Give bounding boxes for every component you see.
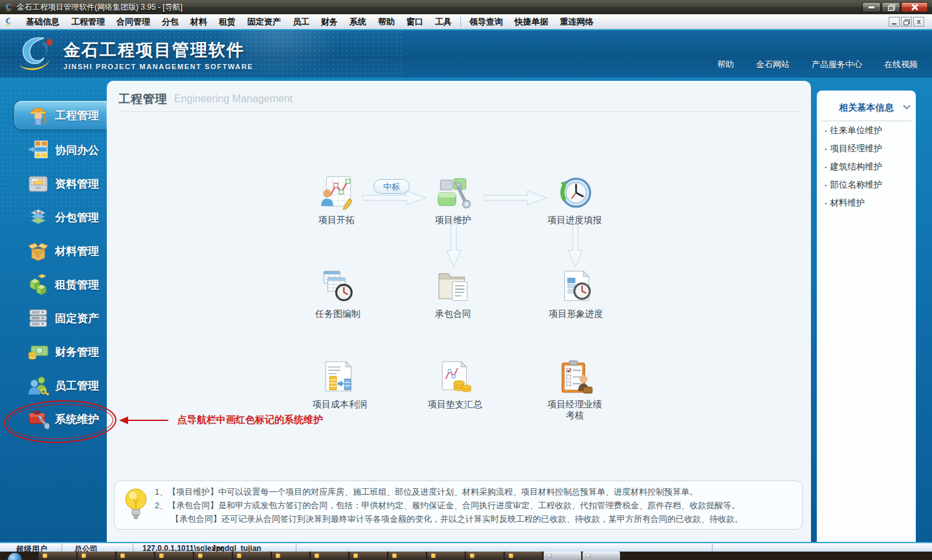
taskbar-button[interactable]: [544, 552, 581, 560]
restore-button[interactable]: [882, 2, 900, 12]
arrow-progress-down: [567, 224, 584, 268]
worker-icon: [27, 104, 49, 126]
sidebar-item-finance[interactable]: 财务管理: [0, 338, 107, 366]
related-item-material-maintenance[interactable]: · 材料维护: [817, 194, 916, 212]
flow-item-contract[interactable]: 承包合同: [408, 268, 498, 319]
application-window: 金石工程项目管理软件(网络集团版) 3.95 - [导航] 基础信息 工程管理 …: [0, 0, 932, 560]
sidebar-item-subcontract[interactable]: 分包管理: [0, 203, 107, 232]
menu-basic-info[interactable]: 基础信息: [20, 15, 65, 29]
mdi-close-button[interactable]: x: [913, 17, 924, 27]
mdi-minimize-button[interactable]: [889, 17, 900, 27]
flow-item-task-chart[interactable]: 任务图编制: [293, 268, 383, 319]
link-jinshi-website[interactable]: 金石网站: [756, 59, 790, 70]
sidebar-label: 协同办公: [55, 143, 99, 158]
related-item-building-structure-maintenance[interactable]: · 建筑结构维护: [817, 158, 916, 176]
manager-assessment-icon: [557, 359, 593, 395]
sidebar-item-lease[interactable]: 租赁管理: [0, 270, 107, 299]
related-info-header[interactable]: 相关基本信息: [821, 96, 912, 122]
flow-label: 项目经理业绩考核: [548, 399, 602, 421]
tip-line-2: 2、【承包合同】是和甲方或发包方签订的合同，包括：甲供材约定、履约保证金、合同执…: [155, 499, 743, 512]
sidebar-item-material[interactable]: 材料管理: [0, 237, 107, 265]
related-item-label: 项目经理维护: [830, 143, 883, 155]
sidebar-label: 工程管理: [55, 108, 99, 123]
taskbar-button[interactable]: [311, 552, 348, 560]
close-button[interactable]: [901, 2, 928, 12]
link-online-video[interactable]: 在线视频: [884, 59, 918, 70]
menu-finance[interactable]: 财务: [315, 15, 344, 29]
menu-window[interactable]: 窗口: [401, 15, 429, 29]
related-item-counterparty-maintenance[interactable]: · 往来单位维护: [817, 122, 916, 140]
menu-quick-docs[interactable]: 快捷单据: [509, 15, 554, 29]
link-help[interactable]: 帮助: [717, 59, 734, 70]
flow-item-advance-summary[interactable]: 项目垫支汇总: [410, 359, 500, 410]
menu-tools[interactable]: 工具: [429, 15, 458, 29]
menu-material[interactable]: 材料: [184, 15, 213, 29]
menu-lease[interactable]: 租赁: [213, 15, 241, 29]
menu-subcontract[interactable]: 分包: [156, 15, 184, 29]
flow-item-image-progress[interactable]: 项目形象进度: [531, 268, 621, 319]
menu-engineering[interactable]: 工程管理: [65, 15, 111, 29]
status-separator: [133, 544, 133, 552]
taskbar-button[interactable]: [388, 552, 426, 560]
taskbar-buttons: [39, 552, 621, 560]
taskbar-button[interactable]: [582, 552, 620, 560]
red-annotation: 点导航栏中画红色标记的系统维护: [119, 414, 323, 426]
sidebar-item-fixed-assets[interactable]: 固定资产: [0, 304, 107, 332]
taskbar-button[interactable]: [233, 552, 271, 560]
taskbar-button[interactable]: [194, 552, 232, 560]
sidebar-item-collaboration[interactable]: 协同办公: [0, 136, 107, 164]
brand-logo: 金石工程项目管理软件 JINSHI PROJECT MANAGEMENT SOF…: [14, 34, 253, 74]
arrow-maintain-down: [445, 224, 462, 268]
flow-item-manager-assessment[interactable]: 项目经理业绩考核: [529, 359, 620, 421]
sidebar-item-documents[interactable]: 资料管理: [0, 169, 107, 198]
menu-reconnect[interactable]: 重连网络: [554, 15, 599, 29]
sidebar-item-employee[interactable]: 员工管理: [0, 371, 107, 400]
sidebar-item-engineering[interactable]: 工程管理: [14, 101, 107, 129]
open-box-icon: [27, 240, 49, 262]
taskbar-button[interactable]: [350, 552, 387, 560]
title-bar: 金石工程项目管理软件(网络集团版) 3.95 - [导航]: [0, 0, 932, 14]
brand-name-en: JINSHI PROJECT MANAGEMENT SOFTWARE: [63, 63, 253, 70]
sidebar-label: 固定资产: [55, 311, 99, 326]
taskbar-button[interactable]: [155, 552, 193, 560]
taskbar-button[interactable]: [272, 552, 309, 560]
menu-fixed-assets[interactable]: 固定资产: [241, 15, 287, 29]
bullet-icon: ·: [825, 162, 828, 172]
taskbar-button[interactable]: [116, 552, 154, 560]
app-logo-icon-small: [4, 17, 14, 27]
menu-system[interactable]: 系统: [344, 15, 372, 29]
menu-contract[interactable]: 合同管理: [111, 15, 156, 29]
tip-line-3: 【承包合同】还可记录从合同签订到决算到最终审计等各项金额的变化，并以之计算实时反…: [155, 512, 743, 526]
taskbar-button[interactable]: [78, 552, 115, 560]
bullet-icon: ·: [825, 126, 828, 136]
taskbar-button[interactable]: [39, 552, 76, 560]
taskbar-button[interactable]: [466, 552, 504, 560]
start-button[interactable]: [8, 553, 22, 560]
bullet-icon: ·: [825, 144, 828, 154]
related-item-label: 建筑结构维护: [830, 161, 883, 173]
red-arrow-icon: [119, 416, 128, 424]
menu-bar: 基础信息 工程管理 合同管理 分包 材料 租赁 固定资产 员工 财务 系统 帮助…: [0, 14, 932, 30]
lightbulb-icon: [124, 486, 148, 524]
link-product-service-center[interactable]: 产品服务中心: [812, 59, 862, 70]
menu-leader-query[interactable]: 领导查询: [463, 15, 509, 29]
menu-help[interactable]: 帮助: [372, 15, 401, 29]
related-item-part-name-maintenance[interactable]: · 部位名称维护: [817, 176, 916, 194]
advance-payment-icon: [437, 359, 473, 395]
main-area: 工程管理 协同办公 资料管理: [0, 78, 932, 542]
flow-label: 承包合同: [408, 308, 498, 319]
layers-icon: [27, 206, 49, 228]
mdi-restore-button[interactable]: [901, 17, 912, 27]
taskbar-button[interactable]: [505, 552, 542, 560]
red-arrow-line: [128, 420, 168, 421]
sidebar-label: 资料管理: [55, 177, 99, 191]
flow-item-cost-profit[interactable]: 项目成本利润: [294, 359, 385, 410]
bid-won-badge: 中标: [373, 179, 410, 194]
taskbar-button[interactable]: [427, 552, 465, 560]
tips-box: 1、【项目维护】中可以设置每一个项目的对应库房、施工班组、部位及进度计划、材料采…: [114, 480, 803, 530]
flow-label: 项目垫支汇总: [410, 399, 500, 410]
minimize-button[interactable]: [862, 2, 881, 12]
progress-clock-icon: [557, 175, 593, 211]
menu-employee[interactable]: 员工: [287, 15, 315, 29]
related-item-project-manager-maintenance[interactable]: · 项目经理维护: [817, 140, 916, 158]
